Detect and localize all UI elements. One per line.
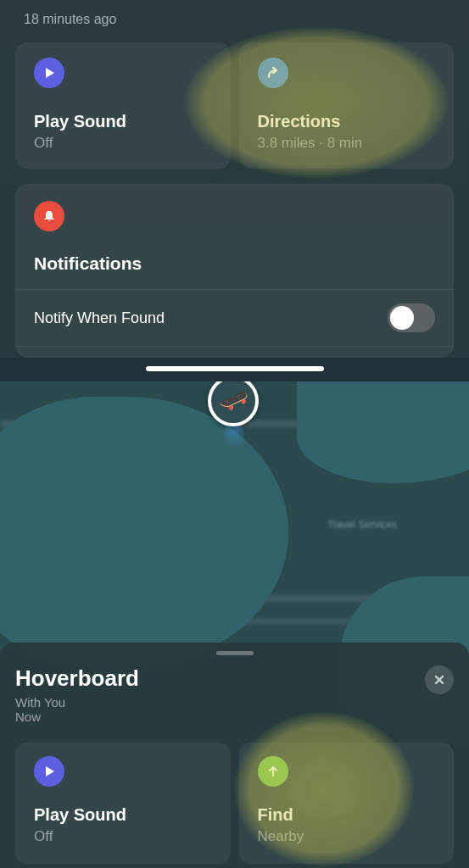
item-status-line1: With You [15,695,139,709]
notify-when-left-behind-row[interactable]: Notify When Left Behind Off [15,346,454,358]
toggle-knob [390,306,414,330]
play-icon [34,756,64,787]
find-subtitle: Nearby [258,828,436,845]
svg-marker-0 [46,68,54,78]
play-sound-subtitle: Off [34,135,212,152]
find-arrow-icon [258,756,288,787]
item-detail-sheet: Hoverboard With You Now Play Sound Off F… [0,643,469,868]
sheet-handle[interactable] [216,651,254,655]
item-status-line2: Now [15,709,139,724]
sheet-play-sound-subtitle: Off [34,828,212,845]
play-sound-card[interactable]: Play Sound Off [15,42,231,169]
sheet-play-sound-card[interactable]: Play Sound Off [15,743,231,864]
sheet-action-row: Play Sound Off Find Nearby [15,743,454,864]
directions-title: Directions [258,112,436,131]
close-icon [433,674,445,686]
directions-icon [258,58,288,88]
svg-marker-1 [46,766,54,776]
hoverboard-icon: 🛹 [219,386,248,414]
play-sound-title: Play Sound [34,112,212,131]
directions-card[interactable]: Directions 3.8 miles · 8 min [239,42,455,169]
action-row: Play Sound Off Directions 3.8 miles · 8 … [15,42,454,169]
play-icon [34,58,64,88]
notify-when-found-label: Notify When Found [34,309,165,327]
cutoff-value: Off [415,355,435,358]
find-title: Find [258,805,436,825]
item-name: Hoverboard [15,665,139,692]
notifications-header: Notifications [15,184,454,289]
sheet-play-sound-title: Play Sound [34,805,212,825]
top-panel: 18 minutes ago Play Sound Off Directions… [0,0,469,358]
notifications-card: Notifications Notify When Found Notify W… [15,184,454,358]
sheet-header: Hoverboard With You Now [15,665,454,724]
map-poi-label: Travel Services [327,519,397,531]
notifications-title: Notifications [34,253,435,274]
notify-when-found-toggle[interactable] [388,303,435,332]
bell-icon [34,201,64,231]
find-card[interactable]: Find Nearby [239,743,455,864]
close-button[interactable] [425,665,454,694]
cutoff-label: Notify When Left Behind [34,355,198,358]
directions-subtitle: 3.8 miles · 8 min [258,135,436,152]
notify-when-found-row[interactable]: Notify When Found [15,289,454,346]
map-water [297,381,469,483]
sheet-drag-indicator[interactable] [146,366,324,371]
last-updated-timestamp: 18 minutes ago [15,0,454,42]
